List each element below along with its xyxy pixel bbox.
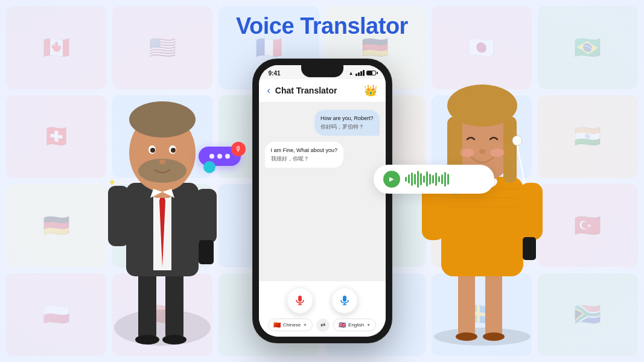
wave-bar: [435, 173, 437, 186]
wifi-icon: ▲: [349, 71, 354, 76]
chevron-left: ▼: [303, 323, 307, 327]
wave-bar: [414, 174, 416, 185]
star-decoration: ✦: [108, 177, 116, 188]
svg-rect-40: [523, 237, 536, 260]
wave-bar: [423, 176, 425, 183]
svg-point-48: [460, 148, 474, 157]
svg-rect-10: [199, 240, 214, 264]
bubble-tail: [203, 161, 215, 173]
wave-bar: [444, 172, 446, 186]
svg-rect-30: [485, 267, 502, 337]
wave-bar: [426, 171, 428, 186]
right-person: ▶: [392, 56, 573, 346]
svg-point-31: [456, 332, 477, 341]
mic-badge: 🎙: [231, 142, 246, 156]
language-selector-left[interactable]: 🇨🇳 Chinese ▼: [268, 319, 313, 331]
svg-rect-9: [196, 189, 217, 243]
svg-point-50: [479, 149, 485, 154]
left-person: 🎙 ✦: [72, 56, 253, 346]
flag-right: 🇬🇧: [339, 322, 346, 328]
flag-left: 🇨🇳: [273, 322, 281, 328]
wave-bar: [429, 174, 431, 185]
svg-point-28: [434, 328, 531, 346]
svg-point-4: [162, 335, 187, 345]
swap-icon: ⇄: [320, 322, 325, 328]
svg-point-0: [114, 310, 211, 346]
signal-bar-3: [360, 71, 362, 76]
chat-bubble-decoration: 🎙: [199, 147, 241, 166]
message-left-1: I am Fine, What about you? 我很好，你呢？: [265, 142, 344, 168]
svg-point-32: [483, 332, 505, 341]
bubble-dot-3: [225, 154, 230, 159]
wave-bars: [405, 171, 449, 188]
swap-button[interactable]: ⇄: [316, 319, 330, 332]
svg-rect-25: [343, 296, 346, 302]
language-row: 🇨🇳 Chinese ▼ ⇄ 🇬🇧 English ▼: [264, 319, 381, 332]
phone-frame: 9:41 ▲: [253, 59, 392, 343]
wave-bar: [420, 173, 422, 185]
app-title: Chat Translator: [275, 86, 337, 95]
header-left: ‹ Chat Translator: [267, 85, 337, 96]
phone-wrapper: 9:41 ▲: [253, 59, 392, 343]
wave-bar: [447, 174, 449, 185]
wave-bar: [408, 174, 410, 183]
back-button[interactable]: ‹: [267, 85, 270, 96]
main-container: Voice Translator: [0, 0, 644, 362]
svg-point-12: [129, 101, 196, 138]
signal-bar-4: [363, 70, 365, 76]
mic-button-right[interactable]: [331, 287, 358, 314]
svg-rect-45: [503, 116, 517, 183]
svg-rect-22: [298, 296, 302, 302]
status-icons: ▲: [349, 70, 376, 76]
phone-bottom: 🇨🇳 Chinese ▼ ⇄ 🇬🇧 English ▼: [259, 281, 386, 337]
svg-point-49: [490, 148, 505, 157]
signal-bar-2: [358, 72, 360, 76]
play-button[interactable]: ▶: [383, 171, 400, 188]
page-title: Voice Translator: [236, 13, 408, 39]
mic-button-left[interactable]: [287, 287, 313, 314]
bubble-dot-1: [209, 154, 214, 159]
language-selector-right[interactable]: 🇬🇧 English ▼: [333, 319, 376, 331]
chat-area: How are you, Robert? 你好吗，罗伯特？ I am Fine,…: [259, 103, 386, 281]
svg-point-17: [171, 148, 176, 153]
battery-tip: [377, 72, 378, 74]
mic-row: [287, 287, 358, 314]
svg-rect-1: [138, 267, 156, 340]
phone-notch: [301, 65, 343, 77]
wave-bar: [411, 173, 413, 186]
mic-icon-left: [294, 294, 306, 306]
svg-rect-39: [520, 183, 543, 240]
battery-fill: [367, 71, 373, 75]
bubble-dot-2: [217, 154, 222, 159]
svg-rect-29: [458, 267, 475, 337]
man-illustration: [81, 68, 244, 346]
signal-icon: [355, 70, 365, 76]
msg-2-chinese: 我很好，你呢？: [271, 155, 338, 163]
mic-icon-right: [339, 294, 351, 306]
status-time: 9:41: [269, 70, 281, 77]
wave-bar: [438, 176, 440, 182]
woman-illustration: [398, 62, 567, 346]
lang-left-label: Chinese: [283, 322, 301, 328]
lang-right-label: English: [348, 322, 364, 328]
wave-bar: [441, 174, 443, 184]
phone-screen: 9:41 ▲: [259, 65, 386, 337]
svg-point-3: [135, 335, 159, 345]
wave-bar: [405, 177, 407, 182]
crown-icon[interactable]: 👑: [364, 84, 377, 97]
svg-rect-2: [165, 267, 183, 340]
battery-icon: [366, 71, 376, 75]
signal-bar-1: [355, 74, 357, 76]
svg-line-47: [517, 145, 524, 183]
title-area: Voice Translator: [236, 13, 408, 39]
content-row: 🎙 ✦ 9:41 ▲: [0, 39, 644, 362]
wave-bar: [417, 171, 419, 188]
svg-rect-8: [108, 186, 129, 246]
svg-point-46: [512, 136, 522, 145]
chevron-right: ▼: [366, 323, 371, 327]
app-header: ‹ Chat Translator 👑: [259, 79, 386, 103]
msg-1-chinese: 你好吗，罗伯特？: [320, 123, 374, 131]
message-right-1: How are you, Robert? 你好吗，罗伯特？: [314, 110, 380, 136]
svg-point-16: [150, 148, 155, 153]
msg-2-english: I am Fine, What about you?: [271, 147, 338, 154]
